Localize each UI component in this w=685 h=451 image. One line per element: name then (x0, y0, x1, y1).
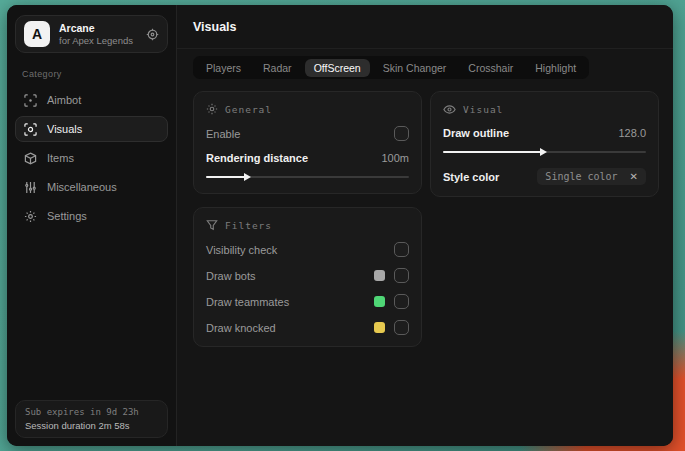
sidebar-item-label: Settings (47, 210, 87, 222)
tab-highlight[interactable]: Highlight (526, 59, 585, 77)
tab-offscreen[interactable]: OffScreen (305, 59, 370, 77)
pin-icon[interactable] (146, 28, 159, 41)
sidebar-item-aimbot[interactable]: Aimbot (15, 87, 168, 113)
app-name: Arcane (59, 22, 137, 35)
general-panel: General Enable Rendering distance 100m (193, 91, 422, 194)
app-subtitle: for Apex Legends (59, 35, 137, 47)
style-color-label: Style color (443, 171, 499, 183)
visibility-check-row: Visibility check (206, 242, 409, 257)
sliders-icon (24, 181, 37, 194)
tab-players[interactable]: Players (197, 59, 250, 77)
visual-panel: Visual Draw outline 128.0 Style color Si… (430, 91, 659, 197)
sidebar-item-settings[interactable]: Settings (15, 203, 168, 229)
panels-grid: General Enable Rendering distance 100m (193, 91, 659, 347)
main-content: Visuals Players Radar OffScreen Skin Cha… (177, 5, 673, 446)
draw-teammates-row: Draw teammates (206, 294, 409, 309)
draw-bots-label: Draw bots (206, 270, 256, 282)
app-logo: A (24, 21, 50, 47)
box-icon (24, 152, 37, 165)
subscription-card: Sub expires in 9d 23h Session duration 2… (15, 400, 168, 438)
sidebar-item-label: Miscellaneous (47, 181, 117, 193)
tab-radar[interactable]: Radar (254, 59, 301, 77)
close-icon[interactable]: ✕ (630, 172, 638, 182)
eye-scan-icon (24, 123, 37, 136)
sidebar-item-items[interactable]: Items (15, 145, 168, 171)
eye-icon (443, 103, 456, 116)
enable-checkbox[interactable] (394, 126, 409, 141)
sub-expires-text: Sub expires in 9d 23h (25, 407, 158, 417)
draw-outline-value: 128.0 (618, 127, 646, 139)
filters-panel: Filters Visibility check Draw bots Draw … (193, 207, 422, 347)
rendering-distance-row: Rendering distance 100m (206, 152, 409, 164)
draw-teammates-checkbox[interactable] (394, 294, 409, 309)
draw-bots-checkbox[interactable] (394, 268, 409, 283)
gear-icon (24, 210, 37, 223)
visibility-check-checkbox[interactable] (394, 242, 409, 257)
draw-knocked-label: Draw knocked (206, 322, 276, 334)
page-header: Visuals (177, 5, 673, 49)
sidebar-item-label: Aimbot (47, 94, 81, 106)
slider-fill (206, 176, 249, 178)
draw-teammates-color-swatch[interactable] (374, 296, 385, 307)
tab-skin-changer[interactable]: Skin Changer (374, 59, 456, 77)
page-title: Visuals (193, 20, 237, 34)
visual-panel-title: Visual (463, 104, 503, 115)
rendering-distance-label: Rendering distance (206, 152, 308, 164)
visibility-check-label: Visibility check (206, 244, 277, 256)
sidebar-item-label: Visuals (47, 123, 82, 135)
tabbar: Players Radar OffScreen Skin Changer Cro… (193, 56, 589, 79)
draw-outline-row: Draw outline 128.0 (443, 127, 646, 139)
sidebar-nav: Aimbot Visuals Items (15, 87, 168, 229)
sidebar-item-miscellaneous[interactable]: Miscellaneous (15, 174, 168, 200)
filters-panel-title: Filters (225, 220, 272, 231)
style-color-value: Single color (545, 171, 617, 182)
style-color-select[interactable]: Single color ✕ (537, 168, 646, 185)
enable-label: Enable (206, 128, 240, 140)
draw-bots-color-swatch[interactable] (374, 270, 385, 281)
tab-crosshair[interactable]: Crosshair (459, 59, 522, 77)
rendering-distance-slider[interactable] (206, 172, 409, 182)
app-window: A Arcane for Apex Legends Category (7, 5, 673, 446)
sidebar: A Arcane for Apex Legends Category (7, 5, 177, 446)
draw-knocked-color-swatch[interactable] (374, 322, 385, 333)
sidebar-item-label: Items (47, 152, 74, 164)
brand-card: A Arcane for Apex Legends (15, 15, 168, 53)
draw-bots-row: Draw bots (206, 268, 409, 283)
session-duration-text: Session duration 2m 58s (25, 420, 158, 431)
general-panel-title: General (225, 104, 272, 115)
enable-row: Enable (206, 126, 409, 141)
category-label: Category (22, 69, 168, 79)
draw-knocked-row: Draw knocked (206, 320, 409, 335)
draw-teammates-label: Draw teammates (206, 296, 289, 308)
sidebar-item-visuals[interactable]: Visuals (15, 116, 168, 142)
draw-outline-slider[interactable] (443, 147, 646, 157)
style-color-row: Style color Single color ✕ (443, 168, 646, 185)
funnel-icon (206, 219, 218, 231)
crosshair-scan-icon (24, 94, 37, 107)
sparkle-icon (206, 103, 218, 115)
rendering-distance-value: 100m (381, 152, 409, 164)
draw-knocked-checkbox[interactable] (394, 320, 409, 335)
slider-fill (443, 151, 545, 153)
draw-outline-label: Draw outline (443, 127, 509, 139)
